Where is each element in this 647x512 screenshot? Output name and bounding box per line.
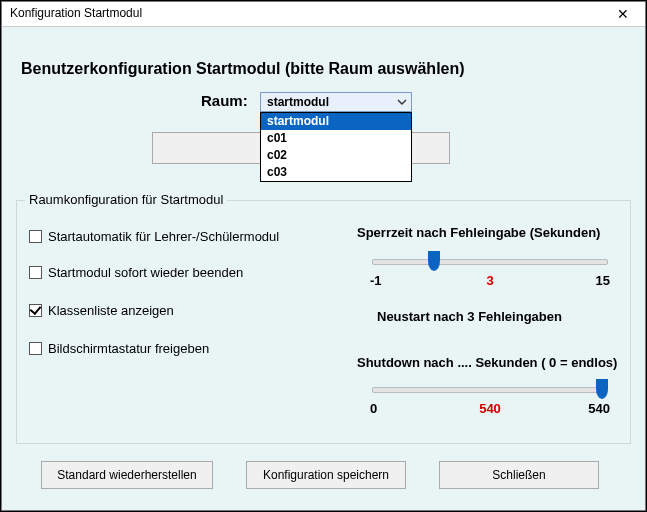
checkbox-klassenliste[interactable] (29, 304, 42, 317)
checkbox-sofort-beenden[interactable] (29, 266, 42, 279)
sperrzeit-max: 15 (596, 273, 610, 288)
room-config-fieldset: Raumkonfiguration für Startmodul Startau… (16, 200, 631, 444)
fieldset-legend: Raumkonfiguration für Startmodul (25, 192, 227, 207)
save-config-button[interactable]: Konfiguration speichern (246, 461, 406, 489)
close-button[interactable]: Schließen (439, 461, 599, 489)
raum-dropdown[interactable]: startmodul (260, 92, 412, 112)
check-label: Startautomatik für Lehrer-/Schülermodul (48, 229, 279, 244)
check-row-sofort-beenden: Startmodul sofort wieder beenden (29, 265, 243, 280)
raum-dropdown-value: startmodul (267, 95, 329, 109)
sperrzeit-title: Sperrzeit nach Fehleingabe (Sekunden) (357, 225, 600, 240)
raum-dropdown-list[interactable]: startmodul c01 c02 c03 (260, 112, 412, 182)
slider-labels: 0 540 540 (372, 401, 608, 419)
slider-track (372, 387, 608, 393)
checkbox-startautomatik[interactable] (29, 230, 42, 243)
checkbox-bildschirmtastatur[interactable] (29, 342, 42, 355)
check-row-bildschirmtastatur: Bildschirmtastatur freigeben (29, 341, 209, 356)
shutdown-value: 540 (479, 401, 501, 416)
neustart-text: Neustart nach 3 Fehleingaben (377, 309, 562, 324)
raum-option-c02[interactable]: c02 (261, 147, 411, 164)
shutdown-slider[interactable]: 0 540 540 (372, 379, 608, 419)
raum-label: Raum: (201, 92, 248, 109)
raum-option-c01[interactable]: c01 (261, 130, 411, 147)
window-title: Konfiguration Startmodul (10, 6, 142, 20)
sperrzeit-slider[interactable]: -1 3 15 (372, 251, 608, 291)
check-label: Startmodul sofort wieder beenden (48, 265, 243, 280)
check-row-klassenliste: Klassenliste anzeigen (29, 303, 174, 318)
check-row-startautomatik: Startautomatik für Lehrer-/Schülermodul (29, 229, 279, 244)
slider-labels: -1 3 15 (372, 273, 608, 291)
raum-option-c03[interactable]: c03 (261, 164, 411, 181)
raum-option-startmodul[interactable]: startmodul (261, 113, 411, 130)
slider-thumb[interactable] (596, 379, 608, 399)
titlebar: Konfiguration Startmodul ✕ (2, 2, 645, 27)
check-label: Klassenliste anzeigen (48, 303, 174, 318)
window: Konfiguration Startmodul ✕ Benutzerkonfi… (1, 1, 646, 511)
shutdown-max: 540 (588, 401, 610, 416)
close-icon[interactable]: ✕ (609, 4, 637, 24)
sperrzeit-min: -1 (370, 273, 382, 288)
check-label: Bildschirmtastatur freigeben (48, 341, 209, 356)
restore-defaults-button[interactable]: Standard wiederherstellen (41, 461, 213, 489)
sperrzeit-value: 3 (486, 273, 493, 288)
slider-track (372, 259, 608, 265)
page-title: Benutzerkonfiguration Startmodul (bitte … (21, 60, 465, 78)
chevron-down-icon (395, 95, 409, 109)
shutdown-min: 0 (370, 401, 377, 416)
shutdown-title: Shutdown nach .... Sekunden ( 0 = endlos… (357, 355, 617, 370)
slider-thumb[interactable] (428, 251, 440, 271)
